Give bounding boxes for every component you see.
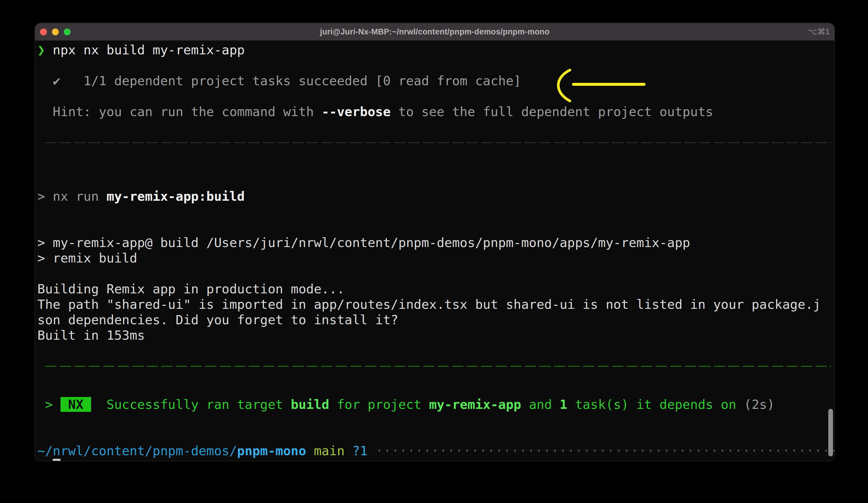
text-segment: 1	[559, 397, 567, 412]
blank-line	[38, 343, 835, 359]
blank-line	[38, 381, 835, 397]
text-segment: --verbose	[322, 104, 391, 119]
terminal-line: Hint: you can run the command with --ver…	[38, 104, 835, 119]
window-title: juri@Juri-Nx-MBP:~/nrwl/content/pnpm-dem…	[35, 23, 835, 40]
text-segment: The path "shared-ui" is imported in app/…	[38, 297, 821, 312]
cursor-block	[53, 459, 61, 461]
blank-line	[38, 58, 835, 73]
terminal-line: ❯	[38, 459, 835, 461]
nx-badge: NX	[61, 397, 91, 412]
blank-line	[38, 266, 835, 281]
terminal-window: juri@Juri-Nx-MBP:~/nrwl/content/pnpm-dem…	[35, 23, 835, 461]
text-segment: son dependencies. Did you forget to inst…	[38, 312, 399, 327]
blank-line	[38, 158, 835, 173]
scrollbar-thumb[interactable]	[828, 409, 833, 456]
terminal-line: ✔ 1/1 dependent project tasks succeeded …	[38, 73, 835, 89]
text-segment: > remix build	[38, 251, 137, 265]
titlebar[interactable]: juri@Juri-Nx-MBP:~/nrwl/content/pnpm-dem…	[35, 23, 835, 41]
terminal-output[interactable]: ❯ npx nx build my-remix-app ✔ 1/1 depend…	[35, 41, 835, 461]
window-shortcut-badge: ⌥⌘1	[808, 23, 830, 40]
text-segment: Successfully ran target	[91, 397, 291, 412]
terminal-line: > nx run my-remix-app:build	[38, 189, 835, 204]
text-segment: > my-remix-app@ build /Users/juri/nrwl/c…	[38, 235, 690, 250]
terminal-line: ❯ npx nx build my-remix-app	[38, 42, 835, 58]
prompt-chevron-icon: ❯	[38, 42, 45, 57]
text-segment: Built in 153ms	[38, 328, 145, 343]
text-segment: Hint: you can run the command with	[38, 104, 322, 119]
green-dashed-divider	[45, 366, 831, 367]
terminal-line: ~/nrwl/content/pnpm-demos/pnpm-mono main…	[38, 443, 835, 459]
terminal-line: The path "shared-ui" is imported in app/…	[38, 296, 835, 312]
terminal-line: son dependencies. Did you forget to inst…	[38, 312, 835, 328]
text-segment: ~/nrwl/content/pnpm-demos/	[38, 443, 237, 458]
blank-line	[38, 412, 835, 427]
text-segment: >	[38, 397, 61, 412]
text-segment: main	[306, 443, 344, 458]
desktop-background: juri@Juri-Nx-MBP:~/nrwl/content/pnpm-dem…	[0, 0, 868, 503]
text-segment	[45, 459, 53, 461]
terminal-line: > remix build	[38, 250, 835, 266]
separator-line	[38, 142, 835, 158]
text-segment: build	[291, 397, 329, 412]
blank-line	[38, 173, 835, 189]
gray-dashed-divider	[45, 142, 831, 143]
text-segment: pnpm-mono	[237, 443, 306, 458]
terminal-line: > NX Successfully ran target build for p…	[38, 397, 835, 412]
terminal-line: > my-remix-app@ build /Users/juri/nrwl/c…	[38, 235, 835, 250]
text-segment: my-remix-app:build	[106, 189, 245, 204]
text-segment: for project	[329, 397, 429, 412]
text-segment: ✔ 1/1 dependent project tasks succeeded …	[38, 73, 521, 88]
terminal-line: Building Remix app in production mode...	[38, 281, 835, 296]
text-segment: my-remix-app	[429, 397, 521, 412]
prompt-chevron-icon: ❯	[38, 459, 45, 461]
text-segment: > nx run	[38, 189, 106, 204]
text-segment: ?1	[345, 443, 368, 458]
text-segment: npx nx build my-remix-app	[45, 42, 245, 57]
separator-line	[38, 366, 835, 381]
blank-line	[38, 219, 835, 235]
blank-line	[38, 204, 835, 219]
text-segment: (2s)	[744, 397, 775, 412]
terminal-line: Built in 153ms	[38, 328, 835, 343]
text-segment: Building Remix app in production mode...	[38, 281, 345, 296]
blank-line	[38, 119, 835, 135]
text-segment: ········································…	[368, 443, 835, 458]
text-segment: task(s) it depends on	[567, 397, 744, 412]
blank-line	[38, 89, 835, 104]
blank-line	[38, 427, 835, 443]
text-segment: to see the full dependent project output…	[391, 104, 713, 119]
text-segment: and	[521, 397, 559, 412]
